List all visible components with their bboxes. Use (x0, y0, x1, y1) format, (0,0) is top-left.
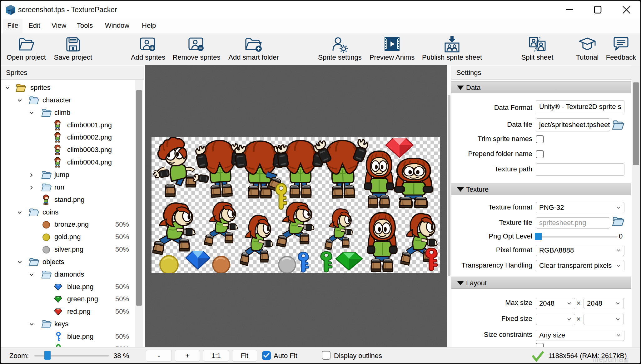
svg-text:P: P (11, 10, 15, 15)
svg-text:T: T (7, 9, 11, 15)
